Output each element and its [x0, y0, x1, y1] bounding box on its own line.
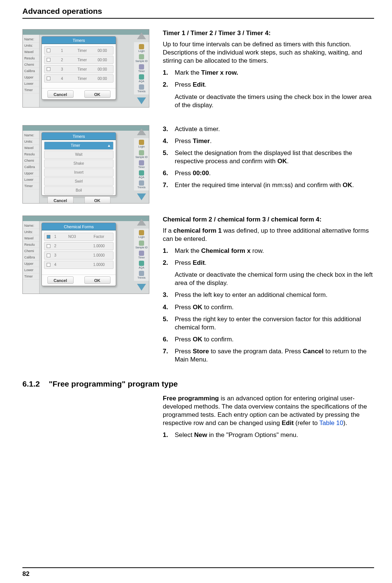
block-chemical-forms: Name:Units:Wavel ResoluChemiCalibra Uppe… [22, 215, 374, 368]
b3-step-6: Press OK to confirm. [163, 335, 374, 344]
b3-step-4: Press OK to confirm. [163, 303, 374, 311]
running-head: Advanced operations [22, 7, 374, 16]
b1-intro: Up to four time intervals can be defined… [163, 40, 374, 65]
b2-step-5: Select the designation from the displaye… [163, 149, 374, 165]
screenshot-3: Name:Units:Wavel ResoluChemiCalibra Uppe… [22, 215, 149, 368]
b1-step-1: Mark the Timer x row. [163, 69, 374, 77]
footer-rule [22, 567, 374, 568]
b3-intro: If a chemical form 1 was defined, up to … [163, 227, 374, 243]
block-timers-intro: Name:Units:Wavel ResoluChemiCalibra Uppe… [22, 29, 374, 113]
b3-heading: Chemical form 2 / chemical form 3 / chem… [163, 215, 374, 224]
section-title: "Free programming" program type [49, 379, 178, 388]
page-number: 82 [22, 570, 29, 578]
content-3: Chemical form 2 / chemical form 3 / chem… [163, 215, 374, 368]
b1-heading: Timer 1 / Timer 2 / Timer 3 / Timer 4: [163, 29, 374, 37]
sec612-para: Free programming is an advanced option f… [163, 394, 374, 427]
b2-step-6: Press 00:00. [163, 169, 374, 177]
b3-step-3: Press the left key to enter an additiona… [163, 291, 374, 299]
content-2: Activate a timer. Press Timer. Select th… [163, 125, 374, 204]
content-612: Free programming is an advanced option f… [163, 394, 374, 443]
header-rule [22, 18, 374, 19]
b3-step-7: Press Store to save the program data. Pr… [163, 347, 374, 364]
section-number: 6.1.2 [22, 379, 40, 388]
b3-step-1: Mark the Chemical form x row. [163, 247, 374, 255]
b2-step-7: Enter the required time interval (in mm:… [163, 181, 374, 189]
b2-step-3: Activate a timer. [163, 125, 374, 133]
screenshot-2: Name:Units:Wavel ResoluChemiCalibra Uppe… [22, 125, 149, 204]
block-timers-steps: Name:Units:Wavel ResoluChemiCalibra Uppe… [22, 125, 374, 204]
b2-step-4: Press Timer. [163, 137, 374, 145]
b3-step-5: Press the right key to enter the convers… [163, 315, 374, 332]
screenshot-1: Name:Units:Wavel ResoluChemiCalibra Uppe… [22, 29, 149, 113]
b1-step-2: Press Edit. Activate or deactivate the t… [163, 81, 374, 109]
block-free-programming: Free programming is an advanced option f… [22, 394, 374, 443]
b3-step-2: Press Edit. Activate or deactivate the c… [163, 259, 374, 287]
section-6-1-2-heading: 6.1.2 "Free programming" program type [22, 379, 374, 388]
content-1: Timer 1 / Timer 2 / Timer 3 / Timer 4: U… [163, 29, 374, 113]
sec612-step-1: Select New in the "Program Options" menu… [163, 431, 374, 439]
